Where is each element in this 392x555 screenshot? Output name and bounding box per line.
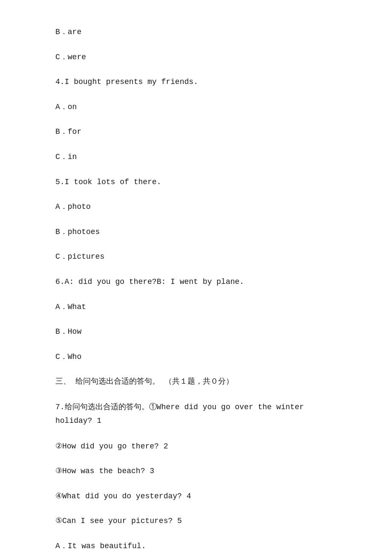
q6-option-a: A．What bbox=[55, 301, 337, 314]
question-6: 6.A: did you go there?B: I went by plane… bbox=[55, 275, 337, 289]
question-7-part5: ⑤Can I see your pictures? 5 bbox=[55, 515, 337, 528]
q4-b-text: B．for bbox=[55, 127, 81, 136]
q5-c-text: C．pictures bbox=[55, 252, 104, 261]
question-4: 4.I bought presents my friends. bbox=[55, 75, 337, 89]
q4-option-a: A．on bbox=[55, 101, 337, 114]
question-7-part3: ③How was the beach? 3 bbox=[55, 465, 337, 478]
q7-3-text: ③How was the beach? 3 bbox=[55, 467, 154, 475]
q7-a-text: A．It was beautiful. bbox=[55, 542, 146, 550]
q4-a-text: A．on bbox=[55, 103, 77, 111]
q5-b-text: B．photoes bbox=[55, 228, 100, 236]
q5-option-b: B．photoes bbox=[55, 225, 337, 239]
q6-c-text: C．Who bbox=[55, 353, 81, 361]
question-7-intro: 7.给问句选出合适的答句。①Where did you go over the … bbox=[55, 400, 337, 428]
question-5: 5.I took lots of there. bbox=[55, 176, 337, 189]
q7-option-a: A．It was beautiful. bbox=[55, 540, 337, 553]
q5-option-c: C．pictures bbox=[55, 250, 337, 263]
q6-option-b: B．How bbox=[55, 325, 337, 338]
q6-b-text: B．How bbox=[55, 327, 81, 336]
q7-4-text: ④What did you do yesterday? 4 bbox=[55, 492, 191, 500]
section3-text: 三、 给问句选出合适的答句。 （共１题，共０分） bbox=[55, 377, 233, 386]
option-b-are: B．are bbox=[55, 26, 337, 39]
q4-option-c: C．in bbox=[55, 150, 337, 164]
q6-option-c: C．Who bbox=[55, 350, 337, 364]
option-c-were: C．were bbox=[55, 51, 337, 64]
question-7-part2: ②How did you go there? 2 bbox=[55, 440, 337, 453]
main-content: B．are C．were 4.I bought presents my frie… bbox=[55, 26, 337, 553]
q5-a-text: A．photo bbox=[55, 202, 91, 211]
q6-text: 6.A: did you go there?B: I went by plane… bbox=[55, 278, 244, 286]
q6-a-text: A．What bbox=[55, 303, 86, 311]
section-3-header: 三、 给问句选出合适的答句。 （共１题，共０分） bbox=[55, 375, 337, 388]
q4-option-b: B．for bbox=[55, 125, 337, 139]
q5-text: 5.I took lots of there. bbox=[55, 178, 161, 186]
q7-5-text: ⑤Can I see your pictures? 5 bbox=[55, 517, 182, 525]
c-were-text: C．were bbox=[55, 53, 86, 61]
q5-option-a: A．photo bbox=[55, 200, 337, 214]
question-7-part4: ④What did you do yesterday? 4 bbox=[55, 490, 337, 503]
b-are-text: B．are bbox=[55, 28, 81, 36]
q7-intro-text: 7.给问句选出合适的答句。①Where did you go over the … bbox=[55, 403, 304, 425]
q7-2-text: ②How did you go there? 2 bbox=[55, 442, 168, 451]
q4-text: 4.I bought presents my friends. bbox=[55, 78, 198, 86]
q4-c-text: C．in bbox=[55, 153, 77, 161]
